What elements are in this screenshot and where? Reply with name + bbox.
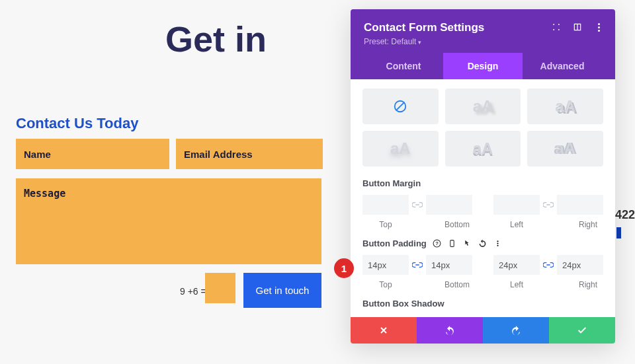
option-icons: ? bbox=[433, 239, 502, 248]
undo-button[interactable] bbox=[417, 317, 483, 344]
settings-panel: Contact Form Settings Preset: Default Co… bbox=[351, 9, 615, 344]
panel-header-icons bbox=[552, 22, 603, 32]
hover-icon[interactable] bbox=[463, 239, 472, 248]
svg-point-7 bbox=[497, 245, 498, 246]
link-icon[interactable] bbox=[540, 195, 557, 215]
label-left: Left bbox=[493, 220, 540, 229]
expand-icon[interactable] bbox=[552, 22, 561, 32]
margin-left-input[interactable] bbox=[493, 195, 540, 215]
save-button[interactable] bbox=[549, 317, 615, 344]
svg-point-5 bbox=[497, 240, 498, 242]
text-shadow-option-3[interactable]: aA bbox=[527, 89, 603, 124]
annotation-badge-1: 1 bbox=[334, 258, 354, 278]
redo-button[interactable] bbox=[483, 317, 549, 344]
margin-top-input[interactable] bbox=[362, 195, 409, 215]
padding-bottom-input[interactable] bbox=[426, 255, 472, 275]
padding-top-input[interactable] bbox=[362, 255, 409, 275]
label-top: Top bbox=[362, 220, 409, 229]
link-icon[interactable] bbox=[409, 255, 426, 275]
panel-body: aA aA aA aA aA Button Margin Top Bottom bbox=[351, 79, 615, 317]
label-right: Right bbox=[565, 280, 611, 289]
label-right: Right bbox=[565, 220, 611, 229]
button-padding-label: Button Padding ? bbox=[362, 238, 603, 248]
text-shadow-none[interactable] bbox=[362, 89, 439, 124]
label-top: Top bbox=[362, 280, 409, 289]
page-heading: Get in bbox=[165, 18, 267, 59]
layout-icon[interactable] bbox=[573, 22, 582, 32]
svg-rect-4 bbox=[450, 240, 454, 247]
button-margin-label: Button Margin bbox=[362, 178, 603, 188]
phone-icon[interactable] bbox=[448, 239, 456, 248]
panel-header: Contact Form Settings Preset: Default Co… bbox=[351, 9, 615, 79]
help-icon[interactable]: ? bbox=[433, 239, 441, 248]
contact-subheading: Contact Us Today bbox=[16, 115, 138, 132]
menu-icon[interactable] bbox=[594, 22, 603, 32]
cancel-button[interactable] bbox=[351, 317, 417, 344]
padding-left-input[interactable] bbox=[493, 255, 540, 275]
padding-right-input[interactable] bbox=[557, 255, 603, 275]
captcha-label: 9 +6 = bbox=[180, 286, 206, 297]
margin-right-input[interactable] bbox=[557, 195, 603, 215]
preset-dropdown[interactable]: Preset: Default bbox=[364, 37, 602, 46]
svg-text:?: ? bbox=[435, 240, 439, 246]
more-icon[interactable] bbox=[493, 239, 502, 248]
tabs: Content Design Advanced bbox=[364, 53, 602, 79]
svg-line-1 bbox=[396, 102, 405, 111]
text-shadow-option-2[interactable]: aA bbox=[445, 89, 521, 124]
reset-icon[interactable] bbox=[478, 239, 487, 248]
label-left: Left bbox=[493, 280, 540, 289]
text-shadow-option-4[interactable]: aA bbox=[362, 131, 439, 166]
text-shadow-option-5[interactable]: aA bbox=[445, 131, 521, 166]
button-boxshadow-label: Button Box Shadow bbox=[362, 299, 603, 309]
link-icon[interactable] bbox=[540, 255, 557, 275]
svg-point-6 bbox=[497, 242, 498, 244]
name-field[interactable] bbox=[16, 139, 169, 169]
text-shadow-grid: aA aA aA aA aA bbox=[362, 89, 603, 166]
tab-design[interactable]: Design bbox=[443, 53, 523, 79]
tab-advanced[interactable]: Advanced bbox=[523, 53, 602, 79]
panel-footer bbox=[351, 317, 615, 344]
captcha-field[interactable] bbox=[205, 273, 235, 303]
label-bottom: Bottom bbox=[434, 280, 480, 289]
text-shadow-option-6[interactable]: aA bbox=[527, 131, 603, 166]
tab-content[interactable]: Content bbox=[364, 53, 443, 79]
padding-row: Top Bottom Left Right bbox=[362, 255, 603, 289]
margin-bottom-input[interactable] bbox=[426, 195, 472, 215]
submit-button[interactable]: Get in touch bbox=[243, 273, 321, 308]
email-field[interactable] bbox=[176, 139, 323, 169]
edge-number: 422 bbox=[615, 208, 635, 222]
link-icon[interactable] bbox=[409, 195, 426, 215]
message-field[interactable] bbox=[16, 178, 321, 264]
label-bottom: Bottom bbox=[434, 220, 480, 229]
edge-block bbox=[616, 227, 621, 238]
margin-row: Top Bottom Left Right bbox=[362, 195, 603, 229]
